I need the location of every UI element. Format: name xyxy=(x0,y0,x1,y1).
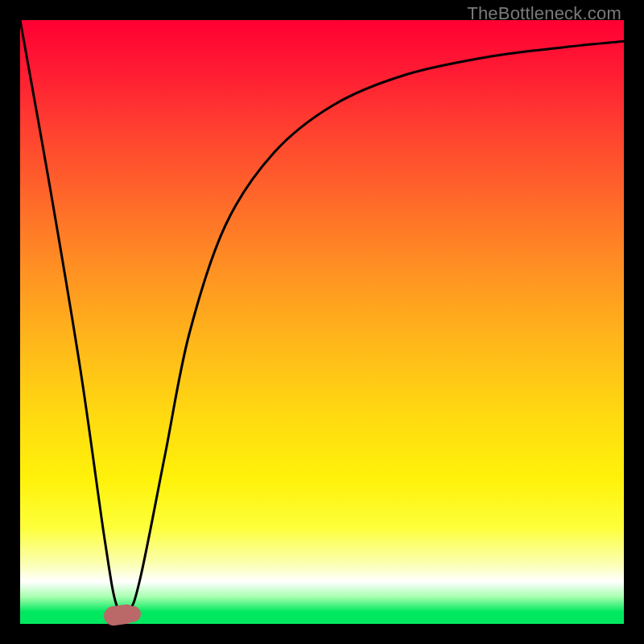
curve-svg xyxy=(20,20,624,624)
bottleneck-curve xyxy=(20,20,624,615)
chart-frame: TheBottleneck.com xyxy=(0,0,644,644)
plot-area xyxy=(20,20,624,624)
watermark-text: TheBottleneck.com xyxy=(467,3,621,24)
